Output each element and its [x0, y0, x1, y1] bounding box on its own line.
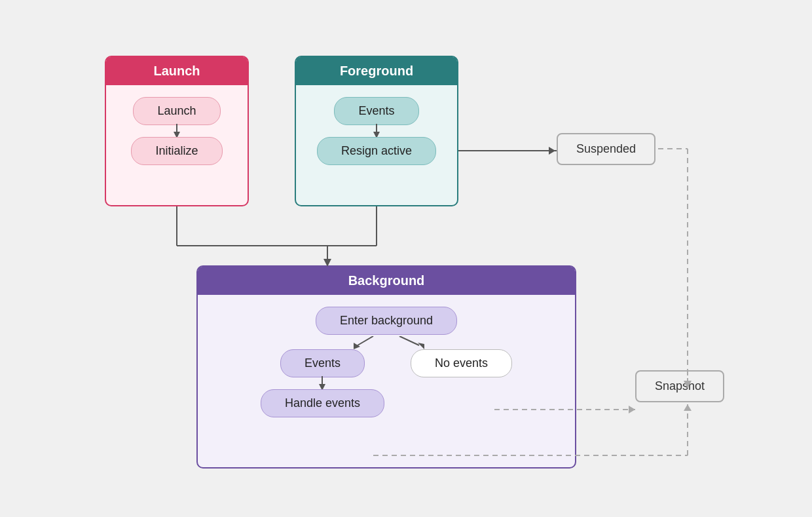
svg-marker-23: [629, 406, 635, 413]
svg-marker-26: [684, 404, 692, 411]
foreground-group-header: Foreground: [296, 57, 457, 85]
initialize-item: Initialize: [131, 137, 222, 165]
handle-events-item: Handle events: [261, 389, 384, 417]
svg-line-4: [358, 336, 373, 345]
resign-active-item: Resign active: [317, 137, 436, 165]
launch-item: Launch: [133, 97, 220, 125]
svg-marker-7: [418, 343, 424, 349]
no-events-item: No events: [411, 349, 512, 377]
svg-marker-17: [549, 147, 555, 155]
suspended-box: Suspended: [557, 133, 655, 165]
svg-line-6: [399, 336, 419, 345]
launch-group-header: Launch: [106, 57, 248, 85]
background-group: Background Enter background Events: [196, 265, 576, 469]
background-group-header: Background: [198, 267, 575, 295]
bg-events-item: Events: [280, 349, 365, 377]
diagram: Launch Launch Initialize Foreground Even…: [46, 23, 766, 495]
foreground-group: Foreground Events Resign active: [295, 56, 458, 206]
enter-background-item: Enter background: [316, 307, 457, 335]
launch-group: Launch Launch Initialize: [105, 56, 249, 206]
fg-events-item: Events: [334, 97, 418, 125]
snapshot-box: Snapshot: [635, 370, 724, 402]
